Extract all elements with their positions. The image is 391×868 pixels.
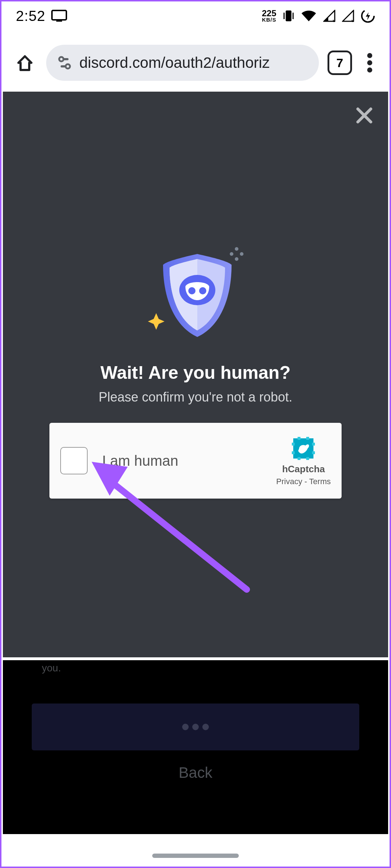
svg-text:x: x [351,18,354,22]
hcaptcha-widget: I am human hCaptcha Privacy - Terms [49,423,342,499]
signal-1-icon: x [323,10,335,22]
hcaptcha-branding: hCaptcha Privacy - Terms [276,435,331,486]
network-speed-unit: KB/S [262,17,276,22]
close-icon [355,106,374,125]
svg-rect-25 [292,451,295,454]
status-bar: 2:52 225 KB/S x x [1,1,390,30]
status-bar-right: 225 KB/S x x [262,9,375,23]
svg-point-21 [199,287,206,294]
svg-point-9 [59,57,63,61]
loading-dot-icon [192,724,199,730]
overflow-menu-button[interactable] [361,50,379,75]
svg-rect-4 [293,13,294,19]
captcha-title: Wait! Are you human? [101,362,291,383]
vibrate-icon [283,9,294,23]
hcaptcha-links-sep: - [302,477,309,486]
shield-icon [156,250,239,341]
svg-rect-30 [306,457,309,460]
svg-point-13 [367,60,372,65]
svg-point-12 [367,53,372,58]
screen-cast-icon [51,10,67,22]
svg-rect-23 [292,443,295,446]
site-settings-icon [57,55,72,70]
back-button[interactable]: Back [3,764,388,781]
svg-rect-3 [284,13,285,19]
hcaptcha-privacy-link[interactable]: Privacy [276,477,302,486]
svg-text:x: x [333,18,335,22]
svg-rect-27 [298,437,300,440]
hcaptcha-checkbox[interactable] [60,447,88,474]
tabs-button[interactable]: 7 [328,51,352,75]
home-button[interactable] [12,50,38,75]
tab-count: 7 [337,56,343,70]
svg-point-20 [188,287,196,294]
svg-point-18 [240,252,243,256]
gesture-handle[interactable] [152,854,239,858]
svg-rect-26 [312,451,315,454]
svg-rect-2 [286,10,291,21]
loading-dot-icon [182,724,189,730]
address-bar[interactable]: discord.com/oauth2/authoriz [46,45,319,81]
wifi-icon [301,10,317,22]
close-button[interactable] [355,106,374,126]
hcaptcha-brand-name: hCaptcha [282,464,325,475]
hcaptcha-links: Privacy - Terms [276,477,331,486]
hcaptcha-terms-link[interactable]: Terms [309,477,331,486]
svg-rect-28 [306,437,309,440]
hcaptcha-label: I am human [102,453,276,469]
battery-saver-icon [361,9,375,23]
svg-point-14 [367,67,372,73]
url-text: discord.com/oauth2/authoriz [79,54,270,71]
kebab-icon [367,53,372,73]
svg-rect-0 [52,10,66,20]
signal-2-icon: x [342,10,354,22]
browser-chrome: discord.com/oauth2/authoriz 7 [1,38,390,88]
system-nav-area [3,834,388,865]
home-icon [15,53,35,73]
page-bottom-dim: you. Back [3,660,388,837]
svg-rect-24 [312,443,315,446]
loading-dot-icon [202,724,209,730]
status-clock: 2:52 [16,8,45,24]
shield-illustration [141,247,250,341]
svg-point-11 [66,64,70,69]
status-bar-left: 2:52 [16,8,67,24]
svg-rect-1 [56,20,62,22]
captcha-subtitle: Please confirm you're not a robot. [98,390,292,405]
captcha-modal: Wait! Are you human? Please confirm you'… [3,92,388,657]
captcha-hero: Wait! Are you human? Please confirm you'… [3,247,388,499]
hcaptcha-logo-icon [290,435,316,461]
network-speed: 225 KB/S [262,9,276,22]
network-speed-value: 225 [262,9,276,17]
background-text-fragment: you. [42,662,61,674]
svg-rect-29 [298,457,300,460]
sparkle-icon [147,312,165,332]
authorize-button-loading[interactable] [32,703,359,750]
